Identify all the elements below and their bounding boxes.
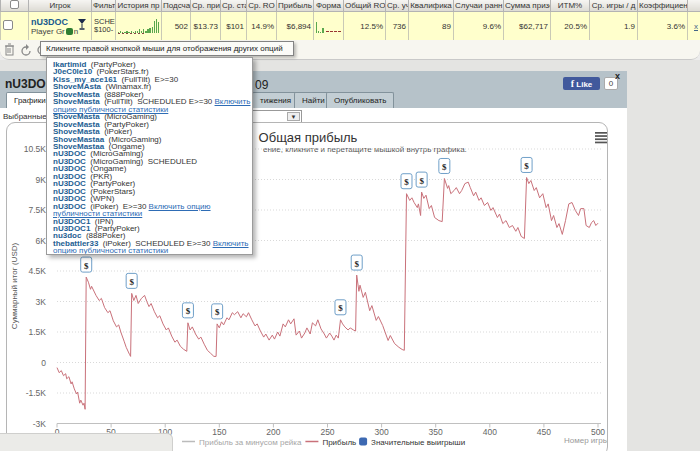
- svg-text:350: 350: [429, 427, 443, 437]
- prizes-cell: $62,717: [504, 12, 551, 41]
- player-cell: nU3DOCPlayer Grn: [29, 12, 92, 41]
- svg-text:4.5K: 4.5K: [29, 266, 47, 276]
- svg-text:-3K: -3K: [33, 419, 47, 429]
- svg-text:$: $: [524, 161, 529, 171]
- form-sparkline: [316, 19, 324, 33]
- svg-text:3K: 3K: [36, 297, 47, 307]
- profit-cell: $6,894: [277, 12, 314, 41]
- row-checkbox[interactable]: [3, 20, 13, 30]
- form-sparkline-cell: [314, 12, 344, 41]
- column-header-avg_entrants[interactable]: Ср. уч: [386, 0, 409, 12]
- column-header-player[interactable]: Игрок: [29, 0, 92, 12]
- column-header-sel[interactable]: [1, 0, 29, 12]
- column-header-early[interactable]: Случаи ранн: [454, 0, 504, 12]
- svg-text:-1.5K: -1.5K: [26, 388, 47, 398]
- history-sparkline-cell: [116, 12, 162, 41]
- svg-text:ение, кликните и перетащите мы: ение, кликните и перетащите мышкой внутр…: [263, 145, 467, 154]
- svg-text:Номер игры: Номер игры: [564, 436, 607, 445]
- column-header-itm[interactable]: ИТМ%: [551, 0, 590, 12]
- column-header-filter[interactable]: Фильтр: [92, 0, 116, 12]
- svg-text:Прибыль за минусом рейка: Прибыль за минусом рейка: [199, 438, 302, 447]
- column-header-close[interactable]: [688, 0, 700, 12]
- filter-cell: SCHEDULED$100-: [92, 12, 116, 41]
- svg-text:9K: 9K: [36, 175, 47, 185]
- remove-row-icon[interactable]: x: [694, 22, 698, 31]
- history-losses-marks: [118, 33, 144, 34]
- refresh-icon[interactable]: [22, 44, 30, 55]
- svg-text:300: 300: [375, 427, 389, 437]
- tab-1[interactable]: тижения: [252, 92, 299, 108]
- column-header-games_day[interactable]: Ср. игры / д: [590, 0, 638, 12]
- column-header-coeff[interactable]: Коэффициен: [638, 0, 688, 12]
- column-header-profit[interactable]: Прибыль: [277, 0, 314, 12]
- chevron-down-icon[interactable]: ▼: [287, 112, 300, 121]
- svg-text:200: 200: [266, 427, 280, 437]
- select-all-checkbox[interactable]: [10, 0, 19, 9]
- facebook-like-button[interactable]: f Like: [563, 77, 600, 90]
- tooltip: Кликните правой кнопкой мыши для отображ…: [40, 41, 294, 56]
- account-list-item[interactable]: ShoveMasta (FullTilt) SCHEDULED E>=30 Вк…: [53, 98, 252, 113]
- column-header-avg_profit[interactable]: Ср. при: [191, 0, 221, 12]
- svg-text:$: $: [215, 307, 220, 317]
- tab-3[interactable]: Опубликовать: [326, 92, 394, 108]
- row-checkbox-cell: [1, 12, 29, 41]
- status-bubble: [0, 433, 173, 451]
- svg-text:$: $: [338, 303, 343, 313]
- count-cell: 502: [162, 12, 191, 41]
- selected-charts-label: Выбранные г: [3, 112, 52, 121]
- svg-text:0: 0: [41, 358, 46, 368]
- window-title-tail: 09: [255, 78, 268, 92]
- games-day-cell: 1.9: [590, 12, 638, 41]
- svg-text:Суммарный итог (USD): Суммарный итог (USD): [10, 243, 19, 330]
- svg-text:Прибыль: Прибыль: [322, 438, 356, 447]
- column-header-avg_stake[interactable]: Ср. ста: [221, 0, 247, 12]
- column-header-count[interactable]: Подсча: [162, 0, 191, 12]
- coeff-cell: 3.6%: [638, 12, 688, 41]
- avg-roi-cell: 14.9%: [247, 12, 277, 41]
- svg-text:$: $: [419, 176, 424, 186]
- column-header-prizes[interactable]: Сумма призо: [504, 0, 551, 12]
- avg-profit-cell: $13.73: [191, 12, 221, 41]
- early-cell: 9.6%: [454, 12, 504, 41]
- screen: ИгрокФильтрИстория прПодсчаСр. приСр. ст…: [0, 0, 700, 451]
- svg-text:450: 450: [537, 427, 551, 437]
- svg-text:7.5K: 7.5K: [29, 205, 47, 215]
- table-header-row: ИгрокФильтрИстория прПодсчаСр. приСр. ст…: [1, 0, 700, 12]
- svg-text:400: 400: [483, 427, 497, 437]
- column-header-total_roi[interactable]: Общий ROI: [344, 0, 386, 12]
- close-icon[interactable]: x: [615, 71, 620, 81]
- form-losses-marks: [326, 31, 341, 33]
- column-header-form[interactable]: Форма: [314, 0, 344, 12]
- avg-entrants-cell: 736: [386, 12, 409, 41]
- column-header-avg_roi[interactable]: Ср. RO: [247, 0, 277, 12]
- column-header-history[interactable]: История пр: [116, 0, 162, 12]
- table-row[interactable]: nU3DOCPlayer GrnSCHEDULED$100-502$13.73$…: [1, 12, 700, 41]
- qualify-cell: 89: [409, 12, 454, 41]
- player-group-label: Player Gr: [31, 27, 65, 36]
- facebook-icon: f: [571, 78, 574, 89]
- results-table: ИгрокФильтрИстория прПодсчаСр. приСр. ст…: [0, 0, 700, 41]
- svg-text:1.5K: 1.5K: [29, 327, 47, 337]
- svg-text:Общая прибыль: Общая прибыль: [259, 130, 358, 145]
- history-sparkline: [118, 19, 159, 33]
- account-list-item[interactable]: thebattler33 (iPoker) SCHEDULED E>=30 Вк…: [53, 240, 252, 255]
- martini-icon: [77, 18, 87, 31]
- player-group-icon: [66, 28, 73, 35]
- column-header-qualify[interactable]: Квалифика: [409, 0, 454, 12]
- svg-text:$: $: [404, 177, 409, 187]
- svg-text:6K: 6K: [36, 236, 47, 246]
- svg-text:$: $: [186, 306, 191, 316]
- svg-text:Значительные выигрыши: Значительные выигрыши: [371, 438, 465, 447]
- trash-icon[interactable]: [5, 44, 14, 55]
- itm-cell: 20.5%: [551, 12, 590, 41]
- svg-text:$: $: [129, 277, 134, 287]
- player-accounts-popup: Ikartimid (PartyPoker)J0eC0le10 (PokerSt…: [46, 57, 253, 255]
- total-roi-cell: 12.5%: [344, 12, 386, 41]
- svg-text:$: $: [354, 259, 359, 269]
- svg-text:$: $: [442, 162, 447, 172]
- avg-stake-cell: $101: [221, 12, 247, 41]
- account-list-item[interactable]: nU3DOC (iPoker) E>=30 Включить опцию пуб…: [53, 203, 252, 218]
- svg-text:10.5K: 10.5K: [24, 144, 47, 154]
- svg-text:$: $: [84, 261, 89, 271]
- svg-text:150: 150: [212, 427, 226, 437]
